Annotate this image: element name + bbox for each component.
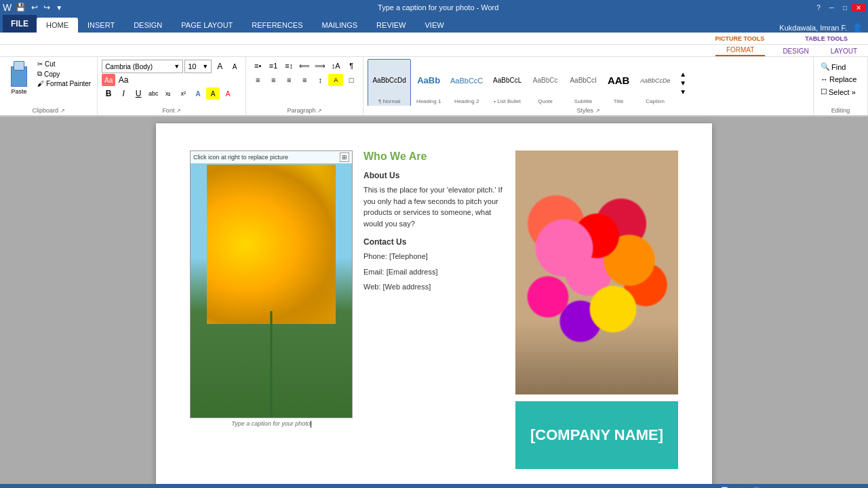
styles-expand[interactable]: ▼ [679,88,686,96]
decrease-indent-button[interactable]: ⟸ [297,60,312,72]
minimize-btn[interactable]: ─ [825,4,838,12]
select-icon: ☐ [821,87,827,96]
text-effects-button[interactable]: A [191,87,205,100]
cut-icon: ✂ [37,60,43,68]
cut-button[interactable]: ✂ Cut [35,60,93,68]
superscript-button[interactable]: x² [176,87,190,100]
font-group: Cambria (Body) ▼ 10 ▼ A A Aa Aa B I U ab… [98,57,246,115]
file-tab[interactable]: FILE [3,15,37,33]
styles-gallery: AaBbCcDd ¶ Normal AaBb Heading 1 AaBbCcC… [368,59,677,106]
find-icon: 🔍 [821,62,830,71]
center-column: Who We Are About Us This is the place fo… [363,150,505,469]
clipboard-group: Paste ✂ Cut ⧉ Copy 🖌 Format Painter Clip… [0,57,98,115]
who-we-are-heading: Who We Are [363,150,505,163]
replace-picture-icon[interactable]: ⊞ [340,152,349,162]
styles-group: AaBbCcDd ¶ Normal AaBb Heading 1 AaBbCcC… [363,57,814,115]
paste-label: Paste [11,88,26,95]
close-btn[interactable]: ✕ [852,4,865,12]
replace-button[interactable]: ↔ Replace [818,74,859,85]
shading-button[interactable]: A [328,74,343,86]
restore-btn[interactable]: □ [839,4,851,12]
style-list-bullet[interactable]: AaBbCcL • List Bullet [487,59,528,106]
align-center-button[interactable]: ≡ [266,74,281,86]
font-dropdown-arrow: ▼ [174,63,180,70]
tab-home[interactable]: HOME [37,18,78,33]
clear-format-button[interactable]: Aa [102,74,115,86]
window-controls-left: W 💾 ↩ ↪ ▼ [3,2,64,13]
text-highlight-button[interactable]: A [206,87,220,100]
company-box: [COMPANY NAME] [515,401,678,469]
paste-icon [7,61,31,88]
subscript-button[interactable]: x₂ [161,87,175,100]
qa-redo[interactable]: ↪ [42,3,52,12]
shrink-font-button[interactable]: A [228,60,241,73]
tool-labels-row: PICTURE TOOLS TABLE TOOLS [0,33,868,45]
format-painter-button[interactable]: 🖌 Format Painter [35,79,93,88]
bold-button[interactable]: B [102,87,115,100]
styles-scroll-down[interactable]: ▼ [679,79,686,87]
picture-placeholder-text: Click icon at right to replace picture [193,154,288,161]
subtab-design[interactable]: DESIGN [772,46,819,56]
find-button[interactable]: 🔍 Find [818,61,848,73]
tab-view[interactable]: VIEW [416,18,454,33]
about-us-heading: About Us [363,171,505,180]
numbering-button[interactable]: ≡1 [266,60,281,72]
bullets-button[interactable]: ≡• [250,60,265,72]
increase-indent-button[interactable]: ⟹ [313,60,328,72]
qa-more[interactable]: ▼ [54,4,64,12]
left-column: Click icon at right to replace picture ⊞… [190,150,353,469]
document-page: Click icon at right to replace picture ⊞… [156,123,712,484]
tab-mailings[interactable]: MAILINGS [313,18,368,33]
italic-button[interactable]: I [117,87,130,100]
flower-shop-image [515,150,678,394]
picture-placeholder: Click icon at right to replace picture ⊞ [190,150,353,418]
bottom-text: How do you get started with this [190,483,678,484]
justify-button[interactable]: ≡ [297,74,312,86]
replace-icon: ↔ [821,75,828,83]
right-column: [COMPANY NAME] [515,150,678,469]
window-controls-right: ? ─ □ ✕ [812,4,865,12]
font-color-button[interactable]: A [221,87,235,100]
font-name-selector[interactable]: Cambria (Body) ▼ [102,60,183,73]
borders-button[interactable]: □ [344,74,359,86]
about-us-body: This is the place for your 'elevator pit… [363,184,505,229]
font-size-selector[interactable]: 10 ▼ [184,60,212,73]
style-title[interactable]: AAB Title [604,59,633,106]
image-caption[interactable]: Type a caption for your photo [190,420,353,428]
style-normal[interactable]: AaBbCcDd ¶ Normal [368,59,411,106]
style-caption[interactable]: AaBbCcDe Caption [633,59,677,106]
tab-references[interactable]: REFERENCES [242,18,312,33]
tab-insert[interactable]: INSERT [78,18,124,33]
text-cursor [311,421,311,428]
style-heading2[interactable]: AaBbCcC Heading 2 [446,59,487,106]
align-left-button[interactable]: ≡ [250,74,265,86]
styles-scroll-up[interactable]: ▲ [679,70,686,78]
picture-tools-label: PICTURE TOOLS [694,35,785,42]
change-case-button[interactable]: Aa [117,74,130,86]
show-marks-button[interactable]: ¶ [344,60,359,72]
tab-design[interactable]: DESIGN [124,18,172,33]
copy-button[interactable]: ⧉ Copy [35,69,93,79]
line-spacing-button[interactable]: ↕ [313,74,328,86]
subtab-layout[interactable]: LAYOUT [820,46,868,56]
sort-button[interactable]: ↕A [328,60,343,72]
style-heading1[interactable]: AaBb Heading 1 [411,59,446,106]
style-quote[interactable]: AaBbCc Quote [528,59,563,106]
qa-undo[interactable]: ↩ [30,3,39,12]
subtab-format[interactable]: FORMAT [715,45,765,56]
style-subtitle[interactable]: AaBbCcI Subtitle [563,59,604,106]
tab-page-layout[interactable]: PAGE LAYOUT [172,18,242,33]
clipboard-small-btns: ✂ Cut ⧉ Copy 🖌 Format Painter [35,60,93,88]
help-btn[interactable]: ? [812,4,825,12]
grow-font-button[interactable]: A [213,60,226,73]
page-layout: Click icon at right to replace picture ⊞… [190,150,678,469]
multilevel-button[interactable]: ≡↕ [281,60,296,72]
qa-save[interactable]: 💾 [14,3,27,12]
underline-button[interactable]: U [132,87,145,100]
strikethrough-button[interactable]: abc [146,87,160,100]
align-right-button[interactable]: ≡ [281,74,296,86]
tab-review[interactable]: REVIEW [367,18,415,33]
select-button[interactable]: ☐ Select » [818,86,859,98]
paste-button[interactable]: Paste [4,60,34,96]
editing-group-label: Editing [816,106,865,115]
